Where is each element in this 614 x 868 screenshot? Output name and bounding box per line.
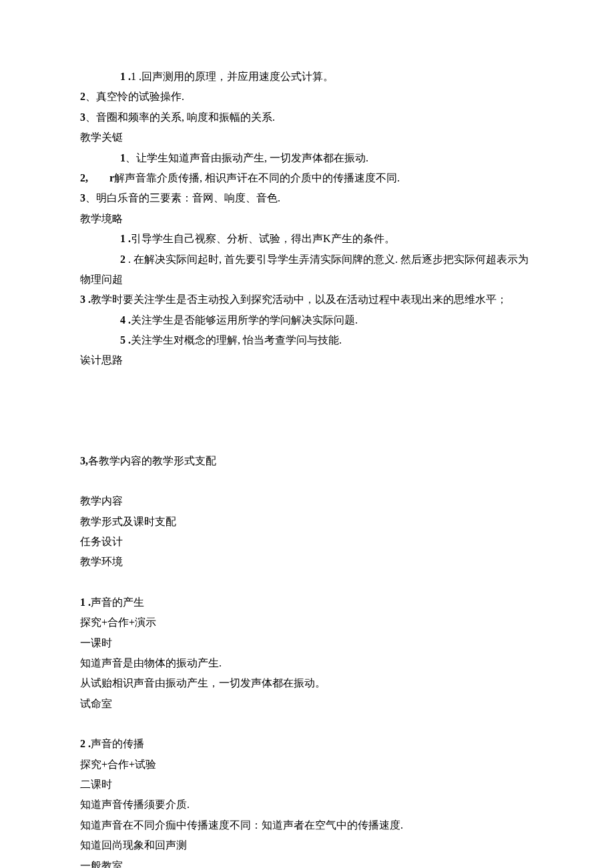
num: 2, r bbox=[80, 172, 114, 183]
line-strategy-3: 3 .教学时要关注学生是否主动投入到探究活动中，以及在活动过程中表现出来的思维水… bbox=[80, 290, 534, 310]
text: 关注学生是否能够运用所学的学问解决实际问题. bbox=[131, 314, 358, 326]
text: 各教学内容的教学形式支配 bbox=[88, 455, 216, 466]
line-echo-principle: 1 .1 .回声测用的原理，并应用速度公式计算。 bbox=[80, 67, 534, 87]
text: 教学时要关注学生是否主动投入到探究活动中，以及在活动过程中表现出来的思维水平； bbox=[91, 294, 507, 305]
num: 1 . bbox=[120, 233, 131, 244]
item2-form: 探究+合作+试验 bbox=[80, 755, 534, 775]
text: 声音的产生 bbox=[91, 596, 144, 608]
item2-env: 一般教室 bbox=[80, 856, 534, 869]
text: 关注学生对概念的理解, 怡当考查学问与技能. bbox=[131, 334, 342, 346]
line-key-1: 1、让学生知道声音由振动产生, 一切发声体都在振动. bbox=[80, 148, 534, 168]
num: 3, bbox=[80, 455, 88, 466]
section3-title: 3,各教学内容的教学形式支配 bbox=[80, 451, 534, 471]
num: 1 bbox=[120, 152, 125, 163]
table-header-task: 任务设计 bbox=[80, 532, 534, 552]
text: 、真空怜的试验操作. bbox=[85, 91, 184, 102]
item1-period: 一课时 bbox=[80, 633, 534, 653]
heading-design: 诶计思路 bbox=[80, 350, 534, 370]
text: 、音圈和频率的关系, 响度和振幅的关系. bbox=[85, 111, 275, 123]
text: . 在解决实际间起时, 首先要引导学生弄清实际间牌的意义. 然后逐步把实际何超表… bbox=[128, 254, 529, 265]
item1-env: 试命室 bbox=[80, 694, 534, 714]
heading-strategy: 教学境略 bbox=[80, 209, 534, 229]
line-key-3: 3、明白乐音的三要素：音网、响度、音色. bbox=[80, 188, 534, 208]
item2-title: 2 .声音的传播 bbox=[80, 734, 534, 754]
num: 3 . bbox=[80, 294, 91, 305]
line-vacuum-experiment: 2、真空怜的试验操作. bbox=[80, 87, 534, 107]
num: 1 . bbox=[80, 596, 91, 608]
item1-form: 探究+合作+演示 bbox=[80, 612, 534, 632]
num: 2 . bbox=[80, 738, 91, 749]
item2-task2: 知道声音在不同介痂中传播速度不同：知道声者在空气中的传播速度. bbox=[80, 815, 534, 835]
text: 解声音靠介质传播, 相识声讦在不同的介质中的传播速度不同. bbox=[114, 172, 400, 183]
num: 1 . bbox=[120, 71, 131, 82]
num: 4 . bbox=[120, 314, 131, 326]
num: 3 bbox=[80, 111, 85, 123]
heading-key: 教学关铤 bbox=[80, 127, 534, 147]
text: 、明白乐音的三要素：音网、响度、音色. bbox=[85, 192, 280, 203]
num: 2 bbox=[80, 91, 85, 102]
line-strategy-4: 4 .关注学生是否能够运用所学的学问解决实际问题. bbox=[80, 310, 534, 330]
item2-task1: 知道声音传播须要介质. bbox=[80, 795, 534, 815]
line-strategy-1: 1 .引导学生自己视察、分析、试验，得出声K产生的条件。 bbox=[80, 229, 534, 249]
item1-title: 1 .声音的产生 bbox=[80, 592, 534, 612]
table-header-form: 教学形式及课时支配 bbox=[80, 512, 534, 532]
line-strategy-2b: 物理问超 bbox=[80, 270, 534, 290]
item1-task2: 从试贻相识声音由振动产生，一切发声体都在振动。 bbox=[80, 673, 534, 693]
item1-task1: 知道声音是由物体的振动产生. bbox=[80, 653, 534, 673]
line-strategy-5: 5 .关注学生对概念的理解, 怡当考查学问与技能. bbox=[80, 330, 534, 350]
text: 、让学生知道声音由振动产生, 一切发声体都在振动. bbox=[125, 152, 368, 163]
item2-period: 二课时 bbox=[80, 775, 534, 795]
table-header-env: 教学环境 bbox=[80, 552, 534, 572]
text: 声音的传播 bbox=[91, 738, 144, 749]
num: 5 . bbox=[120, 334, 131, 346]
line-key-2: 2, r解声音靠介质传播, 相识声讦在不同的介质中的传播速度不同. bbox=[80, 168, 534, 188]
line-pitch-frequency: 3、音圈和频率的关系, 响度和振幅的关系. bbox=[80, 107, 534, 127]
num: 2 bbox=[120, 254, 128, 265]
table-header-content: 教学内容 bbox=[80, 491, 534, 511]
num: 3 bbox=[80, 192, 85, 203]
text: 引导学生自己视察、分析、试验，得出声K产生的条件。 bbox=[131, 233, 395, 244]
line-strategy-2a: 2 . 在解决实际间起时, 首先要引导学生弄清实际间牌的意义. 然后逐步把实际何… bbox=[80, 250, 534, 270]
text: 1 .回声测用的原理，并应用速度公式计算。 bbox=[131, 71, 334, 82]
item2-task3: 知道回尚现象和回声测 bbox=[80, 835, 534, 855]
